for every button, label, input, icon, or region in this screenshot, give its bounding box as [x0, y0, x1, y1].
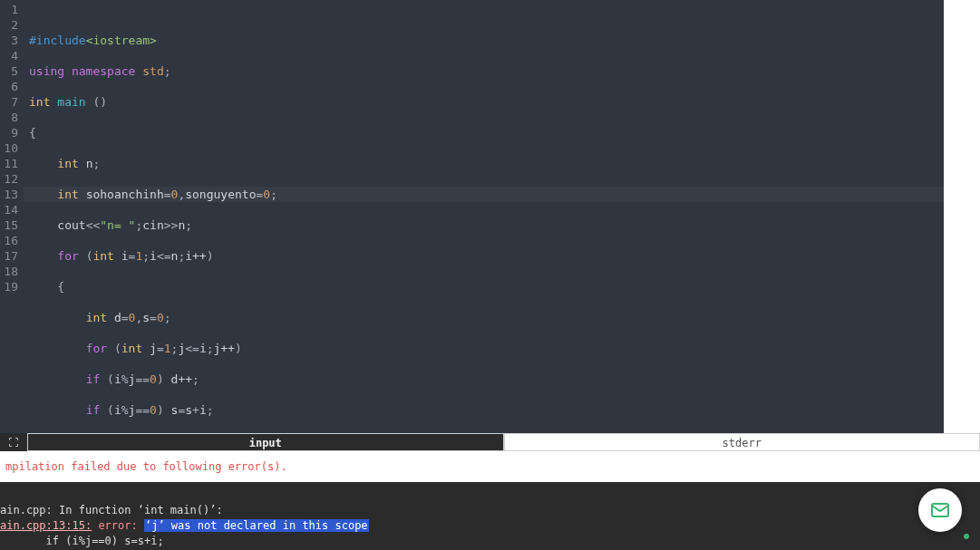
line-number: 8 — [0, 110, 18, 125]
code-line[interactable]: using namespace std; — [29, 63, 944, 79]
expand-icon — [8, 437, 19, 448]
console-panel: mpilation failed due to following error(… — [0, 451, 980, 482]
code-line[interactable]: int main () — [29, 94, 944, 110]
code-area[interactable]: #include<iostream> using namespace std; … — [24, 0, 944, 433]
compile-error-header: mpilation failed due to following error(… — [5, 460, 975, 473]
output-tabs: input stderr — [0, 433, 980, 451]
line-number: 18 — [0, 264, 18, 279]
tab-stderr[interactable]: stderr — [504, 433, 981, 451]
code-editor[interactable]: 1 2 3 4 5 6 7 8 9 10 11 12 13 14 15 16 1… — [0, 0, 944, 433]
code-line[interactable]: for (int i=1;i<=n;i++) — [29, 248, 944, 264]
code-line[interactable]: if (i%j==0) s=s+i; — [29, 402, 944, 418]
line-number: 14 — [0, 202, 18, 217]
line-number: 7 — [0, 94, 18, 110]
line-number: 1 — [0, 2, 18, 17]
line-number: 11 — [0, 156, 18, 171]
code-line[interactable]: #include<iostream> — [29, 33, 944, 48]
mail-icon — [929, 499, 951, 521]
code-line[interactable]: cout<<"n= ";cin>>n; — [29, 217, 944, 233]
expand-button[interactable] — [0, 433, 27, 451]
error-message: ‘j’ was not declared in this scope — [144, 519, 369, 532]
term-line: if (i%j==0) s=s+i; — [0, 534, 975, 549]
code-line[interactable]: for (int j=1;j<=i;j++) — [29, 341, 944, 356]
line-number: 9 — [0, 125, 18, 140]
code-line[interactable]: int d=0,s=0; — [29, 310, 944, 325]
line-number: 17 — [0, 248, 18, 264]
line-number: 4 — [0, 48, 18, 63]
error-location[interactable]: ain.cpp:13:15: — [0, 519, 92, 532]
line-number: 15 — [0, 217, 18, 233]
line-number: 19 — [0, 279, 18, 294]
line-number: 12 — [0, 171, 18, 187]
line-number: 6 — [0, 79, 18, 94]
tab-input[interactable]: input — [27, 433, 504, 451]
terminal-output[interactable]: ain.cpp: In function ‘int main()’:ain.cp… — [0, 482, 980, 550]
feedback-button[interactable] — [918, 488, 962, 532]
status-dot — [964, 534, 969, 539]
code-line[interactable]: int n; — [29, 156, 944, 171]
line-gutter: 1 2 3 4 5 6 7 8 9 10 11 12 13 14 15 16 1… — [0, 0, 24, 433]
code-line[interactable]: { — [29, 125, 944, 140]
line-number: 2 — [0, 17, 18, 33]
line-number: 3 — [0, 33, 18, 48]
code-line[interactable]: if (i%j==0) d++; — [29, 371, 944, 387]
line-number: 16 — [0, 233, 18, 248]
term-line: ain.cpp:13:15: error: ‘j’ was not declar… — [0, 518, 975, 534]
code-line[interactable]: { — [29, 279, 944, 294]
line-number: 5 — [0, 63, 18, 79]
line-number: 10 — [0, 140, 18, 156]
line-number: 13 — [0, 187, 18, 202]
term-line: ain.cpp: In function ‘int main()’: — [0, 503, 975, 518]
